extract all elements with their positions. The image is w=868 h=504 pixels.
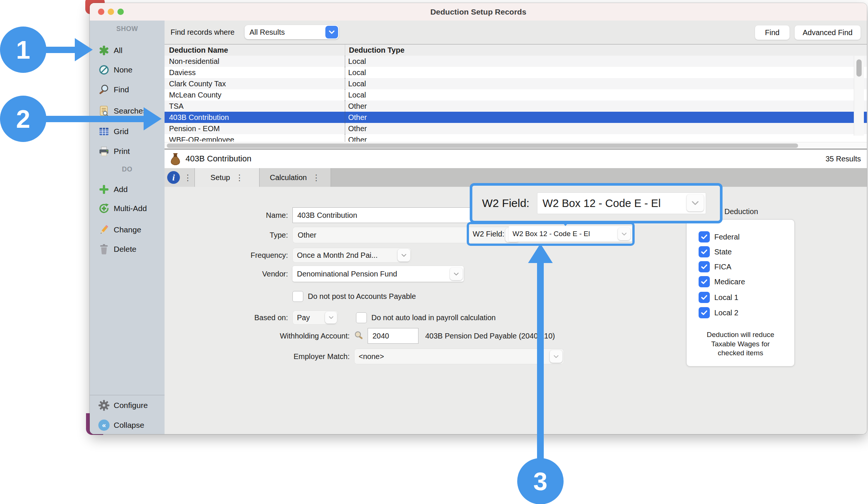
- sidebar-item-multi-add[interactable]: Multi-Add: [90, 202, 165, 215]
- chevron-down-icon[interactable]: [450, 268, 463, 280]
- tax-checkbox-row[interactable]: FICA: [699, 261, 731, 272]
- do-not-autoload-checkbox[interactable]: [356, 312, 367, 323]
- zoom-button[interactable]: [117, 9, 124, 15]
- vertical-scrollbar[interactable]: [854, 56, 864, 136]
- record-title: 403B Contribution: [185, 154, 251, 164]
- based-on-dropdown[interactable]: Pay: [292, 310, 338, 325]
- callout-2-arrow: [43, 116, 145, 122]
- name-label: Name:: [165, 211, 288, 220]
- checkbox-checked-icon[interactable]: [699, 292, 710, 303]
- printer-icon: [98, 145, 110, 157]
- scrollbar-thumb[interactable]: [167, 143, 798, 148]
- checkbox-checked-icon[interactable]: [699, 276, 710, 287]
- checkbox-checked-icon[interactable]: [699, 307, 710, 318]
- tax-checkbox-row[interactable]: Local 2: [699, 307, 739, 318]
- titlebar: Deduction Setup Records: [90, 3, 867, 21]
- sidebar-do-label: DO: [90, 166, 165, 173]
- sidebar-item-none[interactable]: None: [90, 64, 165, 76]
- chevron-down-icon[interactable]: [325, 26, 338, 38]
- callout-3-badge: 3: [517, 458, 564, 504]
- tab-setup[interactable]: Setup ⋮: [195, 168, 260, 187]
- scrollbar-thumb[interactable]: [856, 59, 862, 77]
- tax-checkbox-row[interactable]: Federal: [699, 231, 740, 242]
- tax-checkbox-row[interactable]: Medicare: [699, 276, 745, 287]
- callout-1-arrow: [43, 47, 77, 53]
- table-row[interactable]: Non-residentialLocal: [165, 56, 867, 67]
- horizontal-scrollbar[interactable]: [165, 142, 867, 149]
- list-rows: Non-residentialLocal DaviessLocal Clark …: [165, 56, 867, 142]
- tax-checkbox-row[interactable]: Local 1: [699, 292, 739, 303]
- vendor-label: Vendor:: [165, 270, 288, 278]
- advanced-find-button[interactable]: Advanced Find: [794, 25, 861, 40]
- callout-3-arrow: [537, 262, 544, 463]
- trash-icon: [98, 243, 110, 255]
- chevron-down-icon[interactable]: [550, 350, 562, 363]
- checkbox-checked-icon[interactable]: [699, 261, 710, 272]
- table-row[interactable]: Pension - EOMOther: [165, 123, 867, 134]
- tab-calculation[interactable]: Calculation ⋮: [260, 168, 331, 187]
- list-header: Deduction Name Deduction Type: [165, 44, 867, 56]
- minimize-button[interactable]: [108, 9, 114, 15]
- sidebar-item-print[interactable]: Print: [90, 145, 165, 158]
- sidebar-divider: [90, 395, 165, 395]
- collapse-icon: «: [98, 419, 110, 431]
- grid-icon: [98, 126, 110, 137]
- callout-2-arrowhead: [144, 107, 162, 130]
- table-row[interactable]: McLean CountyLocal: [165, 89, 867, 101]
- multi-add-icon: [98, 202, 110, 214]
- sidebar-item-find[interactable]: Find: [90, 83, 165, 96]
- record-info-segment: i ⋮: [165, 168, 195, 187]
- taxable-wages-panel: Federal State FICA Medicare: [686, 219, 795, 367]
- vendor-dropdown[interactable]: Denominational Pension Fund: [292, 266, 464, 282]
- info-icon[interactable]: i: [167, 171, 180, 184]
- chevron-down-icon: [687, 194, 704, 211]
- sidebar-item-label: Add: [114, 185, 128, 194]
- employer-match-label: Employer Match:: [165, 352, 350, 361]
- table-row[interactable]: Clark County TaxLocal: [165, 78, 867, 89]
- sidebar-item-add[interactable]: Add: [90, 183, 165, 196]
- chevron-down-icon[interactable]: [325, 312, 337, 324]
- table-row[interactable]: WBF-OR-employeeOther: [165, 134, 867, 142]
- deduction-list: Deduction Name Deduction Type Non-reside…: [165, 44, 867, 149]
- do-not-post-checkbox[interactable]: [292, 291, 303, 302]
- table-row[interactable]: DaviessLocal: [165, 67, 867, 78]
- results-filter-value: All Results: [249, 28, 325, 37]
- close-button[interactable]: [98, 9, 104, 15]
- sidebar-item-change[interactable]: Change: [90, 223, 165, 236]
- results-filter-select[interactable]: All Results: [245, 25, 339, 39]
- frequency-label: Frequency:: [165, 251, 288, 260]
- w2-field-zoom-callout: W2 Field: W2 Box 12 - Code E - El: [470, 183, 723, 223]
- chevron-down-icon[interactable]: [398, 249, 410, 262]
- find-button[interactable]: Find: [755, 25, 790, 40]
- account-lookup-icon[interactable]: [353, 331, 364, 341]
- sidebar-item-label: Searches: [114, 106, 147, 115]
- chevron-down-icon[interactable]: [618, 228, 631, 240]
- sidebar-item-all[interactable]: All: [90, 44, 165, 57]
- tax-checkbox-row[interactable]: State: [699, 246, 732, 257]
- column-header-deduction-name[interactable]: Deduction Name: [165, 44, 345, 56]
- w2-field-highlight: W2 Field: W2 Box 12 - Code E - El: [467, 222, 635, 246]
- w2-field-dropdown[interactable]: W2 Box 12 - Code E - El: [509, 226, 632, 242]
- checkbox-checked-icon[interactable]: [699, 231, 710, 242]
- sidebar-item-label: Collapse: [114, 421, 144, 430]
- deduction-setup-window: Deduction Setup Records SHOW All None: [90, 3, 867, 434]
- kebab-menu-icon[interactable]: ⋮: [235, 173, 243, 182]
- column-header-deduction-type[interactable]: Deduction Type: [345, 44, 867, 56]
- frequency-dropdown[interactable]: Once a Month 2nd Pai...: [292, 248, 411, 263]
- window-title: Deduction Setup Records: [90, 3, 867, 21]
- money-bag-icon: [170, 152, 181, 167]
- employer-match-dropdown[interactable]: <none>: [354, 349, 564, 364]
- withholding-account-input[interactable]: 2040: [368, 328, 418, 344]
- sidebar-item-collapse[interactable]: « Collapse: [90, 419, 165, 432]
- sidebar-item-configure[interactable]: Configure: [90, 399, 165, 412]
- kebab-menu-icon[interactable]: ⋮: [312, 173, 320, 182]
- table-row-selected[interactable]: 403B ContributionOther: [165, 112, 867, 123]
- sidebar-item-delete[interactable]: Delete: [90, 243, 165, 256]
- content: Find records where All Results Find Adva…: [165, 21, 867, 434]
- based-on-label: Based on:: [165, 313, 288, 322]
- checkbox-checked-icon[interactable]: [699, 246, 710, 257]
- table-row[interactable]: TSAOther: [165, 101, 867, 112]
- sidebar-item-label: Multi-Add: [114, 204, 147, 213]
- withholding-account-description: 403B Pension Ded Payable (2040.L10): [425, 332, 555, 340]
- kebab-menu-icon[interactable]: ⋮: [184, 173, 192, 182]
